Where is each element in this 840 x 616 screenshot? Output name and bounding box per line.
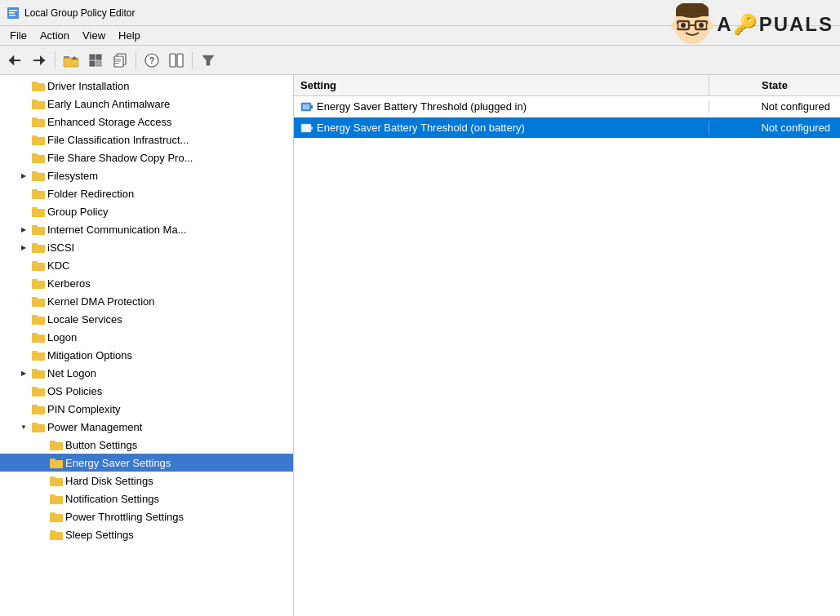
svg-rect-52 — [32, 207, 38, 210]
tree-item-os-policies[interactable]: OS Policies — [0, 382, 293, 400]
tree-item-driver-installation[interactable]: Driver Installation — [0, 77, 293, 95]
copy-button[interactable] — [109, 49, 131, 72]
item-label: iSCSI — [47, 242, 74, 254]
svg-rect-82 — [50, 476, 56, 479]
item-label: Mitigation Options — [47, 349, 132, 361]
tree-item-folder-redirection[interactable]: Folder Redirection — [0, 184, 293, 202]
item-label: Energy Saver Settings — [65, 457, 171, 469]
svg-rect-2 — [9, 12, 15, 14]
setting-state-2: Not configured — [709, 122, 840, 134]
expand-icon-power-mgmt: ▼ — [18, 421, 29, 432]
folder-icon — [32, 259, 45, 271]
setting-row-plugged-in[interactable]: Energy Saver Battery Threshold (plugged … — [294, 96, 840, 117]
svg-rect-64 — [32, 315, 38, 317]
folder-up-button[interactable] — [60, 49, 82, 72]
expand-icon-iscsi: ▶ — [18, 242, 29, 253]
toolbar-sep-2 — [136, 51, 136, 69]
item-label: Folder Redirection — [47, 188, 134, 200]
item-label: PIN Complexity — [47, 403, 121, 415]
svg-rect-24 — [170, 54, 176, 67]
tree-item-power-throttling[interactable]: Power Throttling Settings — [0, 507, 293, 525]
folder-icon — [32, 367, 45, 379]
folder-icon — [50, 475, 63, 486]
item-label: Button Settings — [65, 439, 137, 451]
back-button[interactable] — [3, 49, 26, 72]
toolbar-sep-3 — [192, 51, 193, 69]
svg-rect-72 — [32, 387, 38, 389]
tree-item-net-logon[interactable]: ▶ Net Logon — [0, 364, 293, 382]
menu-view[interactable]: View — [76, 28, 112, 43]
svg-rect-78 — [50, 441, 56, 443]
filter-button[interactable] — [197, 49, 220, 72]
svg-rect-90 — [311, 105, 313, 109]
mascot-icon — [671, 3, 713, 46]
folder-icon — [50, 511, 63, 522]
tree-item-button-settings[interactable]: Button Settings — [0, 436, 293, 454]
tree-item-early-launch[interactable]: Early Launch Antimalware — [0, 95, 293, 113]
expand-placeholder — [18, 206, 29, 217]
tree-item-kdc[interactable]: KDC — [0, 256, 293, 274]
tree-item-file-classification[interactable]: File Classification Infrastruct... — [0, 131, 293, 148]
tree-item-pin-complexity[interactable]: PIN Complexity — [0, 400, 293, 418]
expand-placeholder — [36, 457, 47, 468]
tree-item-energy-saver-settings[interactable]: Energy Saver Settings — [0, 454, 293, 472]
svg-rect-61 — [32, 299, 45, 307]
appuals-text: A🔑PUALS — [717, 13, 833, 36]
item-label: KDC — [47, 259, 69, 272]
svg-rect-86 — [50, 512, 56, 515]
menu-action[interactable]: Action — [33, 28, 76, 43]
menu-help[interactable]: Help — [112, 28, 147, 43]
svg-marker-26 — [202, 55, 214, 65]
expand-icon-net-logon: ▶ — [18, 367, 29, 379]
svg-text:?: ? — [149, 55, 155, 65]
folder-icon — [32, 349, 45, 361]
tree-item-iscsi[interactable]: ▶ iSCSI — [0, 238, 293, 256]
tree-item-file-share[interactable]: File Share Shadow Copy Pro... — [0, 148, 293, 166]
expand-placeholder — [18, 277, 29, 289]
svg-rect-65 — [32, 335, 45, 343]
forward-button[interactable] — [28, 49, 51, 72]
tree-item-group-policy[interactable]: Group Policy — [0, 202, 293, 220]
svg-rect-29 — [676, 10, 709, 16]
svg-rect-43 — [32, 137, 45, 145]
tree-item-kerberos[interactable]: Kerberos — [0, 274, 293, 292]
svg-rect-71 — [32, 388, 45, 397]
svg-rect-15 — [90, 61, 95, 66]
svg-rect-81 — [50, 478, 63, 486]
tree-item-filesystem[interactable]: ▶ Filesystem — [0, 166, 293, 184]
setting-label-1: Energy Saver Battery Threshold (plugged … — [317, 100, 527, 113]
tree-item-hard-disk-settings[interactable]: Hard Disk Settings — [0, 472, 293, 490]
svg-rect-88 — [50, 530, 56, 533]
tree-item-logon[interactable]: Logon — [0, 328, 293, 346]
tree-item-power-management[interactable]: ▼ Power Management — [0, 418, 293, 436]
tree-item-internet-comm[interactable]: ▶ Internet Communication Ma... — [0, 220, 293, 238]
view-button[interactable] — [84, 49, 107, 72]
help-button[interactable]: ? — [140, 49, 163, 72]
svg-rect-84 — [50, 494, 56, 497]
svg-rect-70 — [32, 369, 38, 371]
svg-rect-68 — [32, 351, 38, 353]
svg-rect-59 — [32, 281, 45, 289]
tree-container[interactable]: Driver Installation Early Launch Antimal… — [0, 75, 293, 616]
setting-row-on-battery[interactable]: Energy Saver Battery Threshold (on batte… — [294, 117, 840, 139]
tree-item-kernel-dma[interactable]: Kernel DMA Protection — [0, 292, 293, 310]
expand-placeholder — [18, 80, 29, 91]
svg-rect-49 — [32, 191, 45, 199]
folder-icon — [32, 170, 45, 181]
tree-item-mitigation-options[interactable]: Mitigation Options — [0, 346, 293, 364]
item-label: Logon — [47, 331, 77, 343]
item-label: File Classification Infrastruct... — [47, 134, 189, 146]
tree-item-sleep-settings[interactable]: Sleep Settings — [0, 525, 293, 543]
expand-placeholder — [36, 529, 47, 540]
setting-column-label: Setting — [300, 79, 336, 91]
menu-file[interactable]: File — [3, 28, 33, 43]
tree-item-notification-settings[interactable]: Notification Settings — [0, 490, 293, 507]
svg-rect-14 — [96, 55, 101, 60]
svg-rect-93 — [311, 126, 313, 130]
item-label: Power Management — [47, 421, 142, 433]
tree-item-locale-services[interactable]: Locale Services — [0, 310, 293, 328]
split-view-button[interactable] — [165, 49, 188, 72]
tree-item-enhanced-storage[interactable]: Enhanced Storage Access — [0, 113, 293, 131]
folder-icon — [32, 242, 45, 253]
folder-icon — [32, 80, 45, 91]
